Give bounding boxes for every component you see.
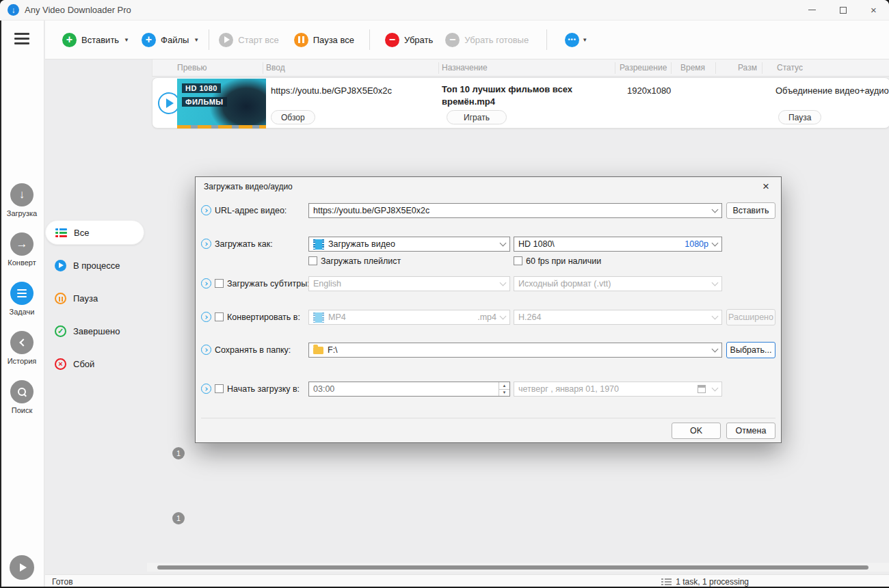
- date-picker[interactable]: четверг , января 01, 1970: [514, 382, 722, 397]
- time-spinner[interactable]: ▲▼: [499, 382, 509, 396]
- folder-combobox[interactable]: F:\: [308, 343, 722, 358]
- codec-value: H.264: [518, 312, 708, 322]
- codec-combobox[interactable]: H.264: [514, 310, 722, 325]
- column-time[interactable]: Время: [680, 63, 705, 72]
- fps-checkbox[interactable]: [514, 256, 522, 265]
- spin-up-icon[interactable]: ▲: [499, 382, 509, 390]
- convert-format-combobox[interactable]: MP4 .mp4: [308, 310, 510, 325]
- pause-label: Пауза: [788, 113, 811, 122]
- chevron-down-icon: [500, 240, 507, 247]
- filter-in-progress[interactable]: В процессе 1: [45, 253, 144, 278]
- quality-combobox[interactable]: HD 1080\ 1080p: [514, 237, 722, 252]
- horizontal-scrollbar-thumb[interactable]: [157, 565, 868, 570]
- fps-checkbox-label[interactable]: 60 fps при наличии: [526, 256, 601, 266]
- pause-all-button[interactable]: Пауза все: [294, 33, 354, 47]
- paste-caret-icon[interactable]: ▼: [124, 37, 129, 43]
- chevron-down-icon: [712, 385, 719, 392]
- status-text: Готов: [52, 577, 73, 587]
- chevron-down-icon: [712, 313, 719, 320]
- sidebar-item-history[interactable]: История: [0, 331, 44, 365]
- folder-icon: [313, 347, 323, 354]
- start-all-button[interactable]: Старт все: [219, 33, 278, 47]
- subtitles-checkbox[interactable]: [215, 279, 224, 288]
- playlist-checkbox-label[interactable]: Загружать плейлист: [321, 256, 401, 266]
- column-status[interactable]: Статус: [777, 63, 803, 72]
- sidebar-item-search[interactable]: Поиск: [0, 380, 44, 414]
- sidebar-item-label: Задачи: [0, 308, 44, 316]
- separator: [438, 62, 439, 74]
- dialog-paste-button[interactable]: Вставить: [726, 202, 775, 219]
- chevron-down-icon: [712, 206, 719, 213]
- choose-label: Выбрать...: [730, 345, 772, 355]
- filter-failed[interactable]: × Сбой: [45, 351, 144, 376]
- subtitle-format-value: Исходный формат (.vtt): [518, 279, 708, 289]
- date-value: четверг , января 01, 1970: [518, 384, 698, 394]
- row-pause-button[interactable]: Пауза: [778, 110, 821, 124]
- dots-icon: •••: [568, 37, 576, 43]
- chevron-circle-icon: [201, 345, 211, 355]
- column-input[interactable]: Ввод: [266, 63, 285, 72]
- time-value: 03:00: [313, 384, 505, 394]
- video-thumbnail: HD 1080 ФИЛЬМЫ: [177, 79, 266, 125]
- subtitle-format-combobox[interactable]: Исходный формат (.vtt): [514, 276, 722, 291]
- more-caret-icon[interactable]: ▼: [582, 37, 587, 43]
- play-file-button[interactable]: Играть: [447, 110, 507, 124]
- sidebar-item-download[interactable]: ↓ Загрузка: [0, 183, 44, 217]
- spin-down-icon[interactable]: ▼: [499, 390, 509, 397]
- dialog-title: Загружать видео/аудио: [204, 182, 293, 191]
- filter-completed[interactable]: ✓ Завершено: [45, 319, 144, 343]
- format-combobox[interactable]: Загружать видео: [308, 237, 510, 252]
- tasks-icon: [10, 282, 34, 305]
- search-icon: [10, 380, 34, 403]
- format-value: Загружать видео: [328, 239, 496, 249]
- remove-button[interactable]: − Убрать: [385, 33, 433, 47]
- play-icon: [219, 33, 233, 47]
- column-destination[interactable]: Назначение: [442, 63, 488, 72]
- remove-done-button[interactable]: − Убрать готовые: [445, 33, 529, 47]
- filter-all[interactable]: Все 1: [45, 220, 144, 245]
- paste-button[interactable]: + Вставить: [62, 33, 119, 47]
- column-size[interactable]: Разм: [738, 63, 757, 72]
- minimize-button[interactable]: [797, 0, 827, 20]
- quality-value: HD 1080\: [518, 239, 685, 249]
- ok-button[interactable]: OK: [672, 423, 721, 439]
- close-button[interactable]: ×: [858, 0, 889, 20]
- convert-checkbox[interactable]: [215, 312, 224, 321]
- convert-format-value: MP4: [328, 312, 477, 322]
- plus-icon: +: [142, 33, 156, 47]
- column-preview[interactable]: Превью: [177, 63, 207, 72]
- app-window: ↓ Any Video Downloader Pro × ↓ Загрузка …: [0, 0, 889, 588]
- sidebar: ↓ Загрузка → Конверт Задачи История Поис…: [0, 21, 44, 588]
- magnifier-icon: [18, 388, 26, 396]
- column-resolution[interactable]: Разрешение: [620, 63, 667, 72]
- separator: [762, 62, 762, 74]
- files-caret-icon[interactable]: ▼: [194, 37, 199, 43]
- schedule-label: Начать загрузку в:: [227, 384, 300, 394]
- sidebar-item-tasks[interactable]: Задачи: [0, 282, 44, 316]
- more-button[interactable]: •••: [565, 33, 579, 47]
- sidebar-item-convert[interactable]: → Конверт: [0, 232, 44, 267]
- floating-play-button[interactable]: [10, 555, 34, 580]
- time-spinbox[interactable]: 03:00 ▲▼: [308, 382, 510, 397]
- cancel-button[interactable]: Отмена: [726, 423, 775, 439]
- playlist-checkbox[interactable]: [308, 256, 317, 265]
- window-edge: [0, 21, 1, 588]
- browse-button[interactable]: Обзор: [271, 110, 315, 124]
- choose-folder-button[interactable]: Выбрать...: [726, 342, 775, 358]
- save-folder-label: Сохранять в папку:: [215, 345, 291, 355]
- files-button[interactable]: + Файлы: [142, 33, 189, 47]
- in-progress-icon: [55, 260, 66, 271]
- chevron-down-icon: [712, 240, 719, 247]
- advanced-button[interactable]: Расширено: [726, 309, 775, 325]
- url-combobox[interactable]: https://youtu.be/GPJ8X5E0x2c: [308, 203, 722, 218]
- task-row[interactable]: HD 1080 ФИЛЬМЫ https://youtu.be/GPJ8X5E0…: [152, 77, 889, 129]
- pause-all-label: Пауза все: [313, 35, 354, 45]
- chevron-circle-icon: [201, 312, 211, 322]
- titlebar: ↓ Any Video Downloader Pro ×: [0, 0, 889, 21]
- dialog-close-button[interactable]: ×: [759, 180, 773, 193]
- menu-button[interactable]: [14, 33, 29, 47]
- filter-paused[interactable]: Пауза: [45, 286, 144, 310]
- schedule-checkbox[interactable]: [215, 384, 224, 393]
- maximize-button[interactable]: [827, 0, 858, 20]
- subtitle-language-combobox[interactable]: English: [308, 276, 510, 291]
